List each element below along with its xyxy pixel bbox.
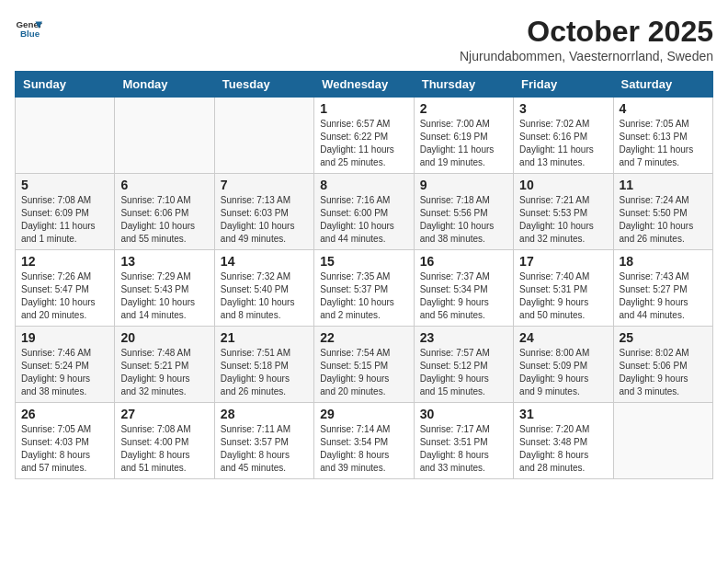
day-number: 29 bbox=[320, 407, 407, 421]
day-number: 8 bbox=[320, 178, 407, 192]
day-info: Sunrise: 7:16 AM Sunset: 6:00 PM Dayligh… bbox=[320, 194, 407, 246]
day-info: Sunrise: 7:48 AM Sunset: 5:21 PM Dayligh… bbox=[120, 347, 208, 398]
weekday-header-sunday: Sunday bbox=[16, 72, 115, 98]
logo: General Blue bbox=[15, 15, 42, 42]
day-number: 27 bbox=[120, 407, 208, 421]
calendar-day-11: 11Sunrise: 7:24 AM Sunset: 5:50 PM Dayli… bbox=[613, 174, 712, 250]
calendar-day-24: 24Sunrise: 8:00 AM Sunset: 5:09 PM Dayli… bbox=[514, 327, 613, 403]
weekday-header-friday: Friday bbox=[514, 72, 613, 98]
day-info: Sunrise: 7:20 AM Sunset: 3:48 PM Dayligh… bbox=[519, 423, 607, 475]
day-info: Sunrise: 7:13 AM Sunset: 6:03 PM Dayligh… bbox=[221, 194, 308, 246]
day-info: Sunrise: 7:43 AM Sunset: 5:27 PM Dayligh… bbox=[620, 270, 707, 322]
day-info: Sunrise: 7:17 AM Sunset: 3:51 PM Dayligh… bbox=[420, 423, 507, 475]
calendar-week-row-1: 1Sunrise: 6:57 AM Sunset: 6:22 PM Daylig… bbox=[16, 98, 713, 174]
day-info: Sunrise: 7:05 AM Sunset: 4:03 PM Dayligh… bbox=[21, 423, 108, 475]
calendar-day-22: 22Sunrise: 7:54 AM Sunset: 5:15 PM Dayli… bbox=[314, 327, 414, 403]
calendar-week-row-4: 19Sunrise: 7:46 AM Sunset: 5:24 PM Dayli… bbox=[16, 327, 713, 403]
calendar-day-5: 5Sunrise: 7:08 AM Sunset: 6:09 PM Daylig… bbox=[16, 174, 115, 250]
calendar-day-17: 17Sunrise: 7:40 AM Sunset: 5:31 PM Dayli… bbox=[514, 250, 613, 327]
calendar-day-18: 18Sunrise: 7:43 AM Sunset: 5:27 PM Dayli… bbox=[613, 250, 712, 327]
day-info: Sunrise: 7:26 AM Sunset: 5:47 PM Dayligh… bbox=[21, 270, 108, 322]
day-number: 7 bbox=[221, 178, 308, 192]
day-number: 2 bbox=[420, 101, 507, 116]
calendar-day-16: 16Sunrise: 7:37 AM Sunset: 5:34 PM Dayli… bbox=[414, 250, 513, 327]
calendar-day-8: 8Sunrise: 7:16 AM Sunset: 6:00 PM Daylig… bbox=[314, 174, 414, 250]
weekday-header-tuesday: Tuesday bbox=[214, 72, 313, 98]
day-info: Sunrise: 7:11 AM Sunset: 3:57 PM Dayligh… bbox=[221, 423, 308, 475]
day-info: Sunrise: 7:29 AM Sunset: 5:43 PM Dayligh… bbox=[120, 270, 208, 322]
calendar-day-14: 14Sunrise: 7:32 AM Sunset: 5:40 PM Dayli… bbox=[214, 250, 313, 327]
day-info: Sunrise: 7:37 AM Sunset: 5:34 PM Dayligh… bbox=[420, 270, 507, 322]
month-year-title: October 2025 bbox=[460, 15, 713, 49]
day-info: Sunrise: 7:54 AM Sunset: 5:15 PM Dayligh… bbox=[320, 347, 407, 398]
calendar-day-12: 12Sunrise: 7:26 AM Sunset: 5:47 PM Dayli… bbox=[16, 250, 115, 327]
calendar-day-9: 9Sunrise: 7:18 AM Sunset: 5:56 PM Daylig… bbox=[414, 174, 513, 250]
svg-text:Blue: Blue bbox=[20, 29, 40, 39]
day-number: 12 bbox=[21, 254, 108, 269]
calendar-day-28: 28Sunrise: 7:11 AM Sunset: 3:57 PM Dayli… bbox=[214, 403, 313, 479]
calendar-day-2: 2Sunrise: 7:00 AM Sunset: 6:19 PM Daylig… bbox=[414, 98, 513, 174]
calendar-day-30: 30Sunrise: 7:17 AM Sunset: 3:51 PM Dayli… bbox=[414, 403, 513, 479]
calendar-week-row-2: 5Sunrise: 7:08 AM Sunset: 6:09 PM Daylig… bbox=[16, 174, 713, 250]
day-number: 18 bbox=[620, 254, 707, 269]
day-info: Sunrise: 7:32 AM Sunset: 5:40 PM Dayligh… bbox=[221, 270, 308, 322]
day-number: 26 bbox=[21, 407, 108, 421]
day-info: Sunrise: 7:35 AM Sunset: 5:37 PM Dayligh… bbox=[320, 270, 407, 322]
weekday-header-monday: Monday bbox=[115, 72, 214, 98]
day-info: Sunrise: 8:02 AM Sunset: 5:06 PM Dayligh… bbox=[620, 347, 707, 398]
calendar-day-4: 4Sunrise: 7:05 AM Sunset: 6:13 PM Daylig… bbox=[613, 98, 712, 174]
day-number: 5 bbox=[21, 178, 108, 192]
location-subtitle: Njurundabommen, Vaesternorrland, Sweden bbox=[460, 49, 713, 63]
day-number: 11 bbox=[620, 178, 707, 192]
logo-icon: General Blue bbox=[15, 15, 42, 42]
day-info: Sunrise: 7:02 AM Sunset: 6:16 PM Dayligh… bbox=[519, 118, 607, 169]
calendar-day-1: 1Sunrise: 6:57 AM Sunset: 6:22 PM Daylig… bbox=[314, 98, 414, 174]
day-info: Sunrise: 7:24 AM Sunset: 5:50 PM Dayligh… bbox=[620, 194, 707, 246]
day-info: Sunrise: 7:57 AM Sunset: 5:12 PM Dayligh… bbox=[420, 347, 507, 398]
day-info: Sunrise: 7:08 AM Sunset: 6:09 PM Dayligh… bbox=[21, 194, 108, 246]
calendar-day-29: 29Sunrise: 7:14 AM Sunset: 3:54 PM Dayli… bbox=[314, 403, 414, 479]
day-number: 1 bbox=[320, 101, 407, 116]
title-block: October 2025 Njurundabommen, Vaesternorr… bbox=[460, 15, 713, 63]
calendar-day-25: 25Sunrise: 8:02 AM Sunset: 5:06 PM Dayli… bbox=[613, 327, 712, 403]
day-number: 20 bbox=[120, 330, 208, 345]
weekday-header-saturday: Saturday bbox=[613, 72, 712, 98]
day-info: Sunrise: 6:57 AM Sunset: 6:22 PM Dayligh… bbox=[320, 118, 407, 169]
day-number: 31 bbox=[519, 407, 607, 421]
calendar-day-6: 6Sunrise: 7:10 AM Sunset: 6:06 PM Daylig… bbox=[115, 174, 214, 250]
day-number: 30 bbox=[420, 407, 507, 421]
day-number: 6 bbox=[120, 178, 208, 192]
calendar-day-20: 20Sunrise: 7:48 AM Sunset: 5:21 PM Dayli… bbox=[115, 327, 214, 403]
weekday-header-wednesday: Wednesday bbox=[314, 72, 414, 98]
calendar-day-15: 15Sunrise: 7:35 AM Sunset: 5:37 PM Dayli… bbox=[314, 250, 414, 327]
day-number: 14 bbox=[221, 254, 308, 269]
day-info: Sunrise: 7:18 AM Sunset: 5:56 PM Dayligh… bbox=[420, 194, 507, 246]
calendar-day-3: 3Sunrise: 7:02 AM Sunset: 6:16 PM Daylig… bbox=[514, 98, 613, 174]
calendar-day-26: 26Sunrise: 7:05 AM Sunset: 4:03 PM Dayli… bbox=[16, 403, 115, 479]
day-number: 10 bbox=[519, 178, 607, 192]
calendar-day-23: 23Sunrise: 7:57 AM Sunset: 5:12 PM Dayli… bbox=[414, 327, 513, 403]
calendar-day-10: 10Sunrise: 7:21 AM Sunset: 5:53 PM Dayli… bbox=[514, 174, 613, 250]
calendar-day-empty bbox=[613, 403, 712, 479]
day-number: 17 bbox=[519, 254, 607, 269]
day-number: 22 bbox=[320, 330, 407, 345]
day-number: 9 bbox=[420, 178, 507, 192]
day-number: 15 bbox=[320, 254, 407, 269]
calendar-day-empty bbox=[115, 98, 214, 174]
day-number: 16 bbox=[420, 254, 507, 269]
day-info: Sunrise: 7:21 AM Sunset: 5:53 PM Dayligh… bbox=[519, 194, 607, 246]
weekday-header-thursday: Thursday bbox=[414, 72, 513, 98]
day-number: 13 bbox=[120, 254, 208, 269]
day-number: 21 bbox=[221, 330, 308, 345]
day-number: 24 bbox=[519, 330, 607, 345]
day-info: Sunrise: 7:46 AM Sunset: 5:24 PM Dayligh… bbox=[21, 347, 108, 398]
calendar-day-27: 27Sunrise: 7:08 AM Sunset: 4:00 PM Dayli… bbox=[115, 403, 214, 479]
day-info: Sunrise: 7:10 AM Sunset: 6:06 PM Dayligh… bbox=[120, 194, 208, 246]
day-info: Sunrise: 7:08 AM Sunset: 4:00 PM Dayligh… bbox=[120, 423, 208, 475]
day-info: Sunrise: 7:40 AM Sunset: 5:31 PM Dayligh… bbox=[519, 270, 607, 322]
day-info: Sunrise: 7:14 AM Sunset: 3:54 PM Dayligh… bbox=[320, 423, 407, 475]
day-number: 23 bbox=[420, 330, 507, 345]
page-header: General Blue October 2025 Njurundabommen… bbox=[15, 15, 713, 63]
calendar-day-19: 19Sunrise: 7:46 AM Sunset: 5:24 PM Dayli… bbox=[16, 327, 115, 403]
day-number: 4 bbox=[620, 101, 707, 116]
